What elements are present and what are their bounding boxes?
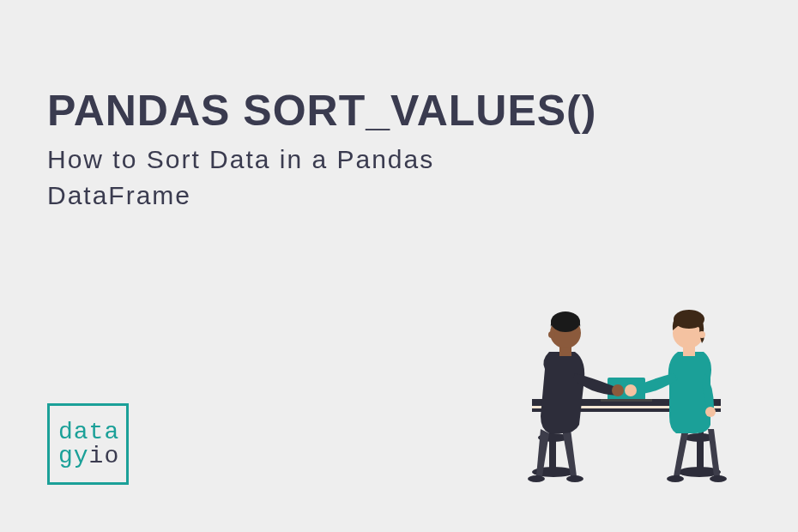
svg-rect-18 (697, 438, 702, 472)
svg-point-27 (698, 331, 705, 338)
people-meeting-illustration (489, 257, 764, 506)
svg-point-16 (548, 331, 555, 338)
svg-point-12 (612, 384, 624, 396)
svg-rect-6 (601, 399, 652, 402)
svg-point-21 (710, 475, 727, 482)
svg-point-11 (566, 475, 583, 482)
svg-point-15 (551, 311, 580, 332)
page-title: PANDAS SORT_VALUES() (47, 86, 596, 136)
svg-point-22 (625, 384, 637, 396)
logo-text-line1: data (58, 420, 126, 444)
datagy-logo: data gyio (47, 403, 129, 485)
svg-point-26 (674, 310, 704, 329)
svg-rect-8 (551, 438, 556, 472)
logo-text-line2: gyio (58, 444, 126, 469)
svg-point-20 (667, 475, 684, 482)
page-subtitle: How to Sort Data in a Pandas DataFrame (47, 142, 485, 214)
svg-point-23 (705, 407, 716, 417)
svg-point-10 (528, 475, 545, 482)
